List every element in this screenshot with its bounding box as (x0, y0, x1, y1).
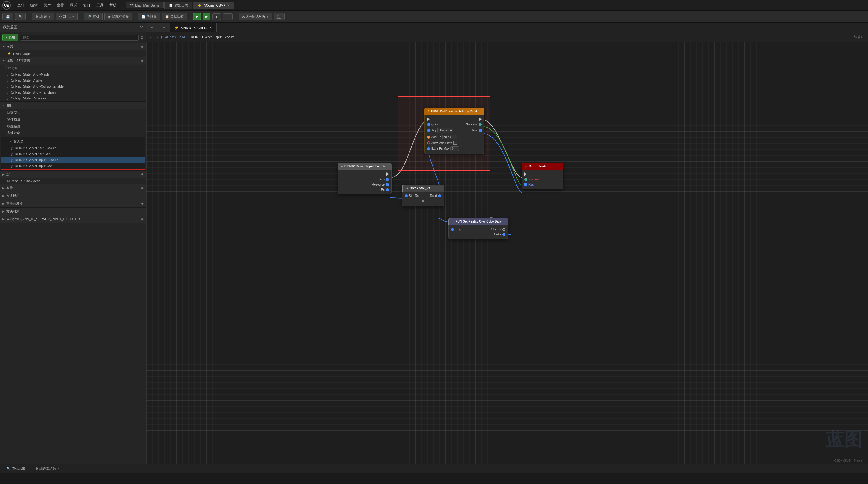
node-funl-rs[interactable]: ƒ FUNL Rs Resource Add by Rs Id (425, 107, 484, 154)
section-local-vars-header[interactable]: ▶ 局部变量 (BPIN_IO_SERVER_INPUT_EXECUTE) ⊕ (0, 216, 146, 223)
save-button[interactable]: 💾 (2, 13, 13, 20)
func-icon-3: ƒ (7, 85, 9, 88)
section-variables-add[interactable]: ⊕ (141, 186, 144, 190)
settings-icon[interactable]: ⚙ (141, 36, 144, 40)
node-fun-get-reality[interactable]: ƒ FUN Get Reality Own Cube Data Target C… (448, 218, 508, 239)
breadcrumb-forward[interactable]: → (155, 35, 158, 39)
class-defaults-button[interactable]: 📋 类默认值 (162, 13, 187, 20)
tree-item-bpin-input-exec[interactable]: ƒ BPIN IO Server Input Execute (1, 157, 145, 163)
tree-item-bpin-out-can[interactable]: ƒ BPIN IO Server Out Can (1, 151, 145, 157)
hide-button[interactable]: 👁 隐藏不相关 (104, 13, 132, 20)
break-rs-id-out: Rs Id (430, 194, 441, 197)
play-button[interactable]: ▶ (193, 13, 201, 20)
bp-tab-main[interactable]: ⚡ BPIN IO Server I... ✕ (170, 23, 217, 32)
tree-item-onrep-transform[interactable]: ƒ OnRep_State_ShowTransfrom (0, 89, 146, 95)
debug-dropdown[interactable]: 未选中调试对象 ▼ (239, 13, 272, 20)
tree-item-onrep-showmesh[interactable]: ƒ OnRep_State_ShowMesh (0, 71, 146, 77)
tag-select[interactable]: None (437, 128, 454, 133)
bp-tab-close[interactable]: ✕ (210, 26, 212, 30)
node-break-strc[interactable]: ■ Break Strc_Rs Strc Rs Rs Id (402, 185, 444, 206)
section-local-vars-add[interactable]: ⊕ (141, 217, 144, 221)
menu-debug[interactable]: 调试 (67, 1, 80, 9)
resource-io-label: 资源IO (13, 139, 23, 144)
play-button-2[interactable]: ▶ (203, 13, 210, 20)
diff-button[interactable]: ⇔ 对 比 ▼ (56, 13, 78, 20)
section-functions: ▼ 函数（18可覆盖） ⊕ 方块对象 ƒ OnRep_State_ShowMes… (0, 57, 146, 102)
addrs-input[interactable] (442, 135, 457, 139)
section-macros-add[interactable]: ⊕ (141, 172, 144, 176)
menu-asset[interactable]: 资产 (41, 1, 54, 9)
extramax-input[interactable] (451, 147, 459, 151)
subsection-block-obj: 方块对象 (0, 65, 146, 71)
tree-item-player-interact[interactable]: 玩家交互 (0, 109, 146, 116)
breadcrumb-zoom: 缩放1:1 (854, 35, 865, 39)
qrs-pin (427, 123, 430, 126)
section-macros-label: 宏 (6, 172, 9, 176)
tree-item-mac-showmesh[interactable]: M Mac_Is_ShowMesh (0, 178, 146, 184)
break-expand[interactable]: ▼ (402, 198, 443, 204)
qrs-label: Q Rs (431, 123, 438, 126)
section-functions-header[interactable]: ▼ 函数（18可覆盖） ⊕ (0, 57, 146, 65)
tab-output-log[interactable]: 📋 输出日志 (164, 2, 192, 9)
section-graphs-header[interactable]: ▼ 图表 ⊕ (0, 43, 146, 51)
section-graphs-add[interactable]: ⊕ (141, 45, 144, 49)
node-return[interactable]: ↩ Return Node Success (522, 163, 563, 189)
menu-help[interactable]: 帮助 (106, 1, 120, 9)
tree-item-object-desc[interactable]: 物体描述 (0, 116, 146, 123)
breadcrumb-class[interactable]: AComs_CSM (165, 35, 185, 39)
onrep-visible-label: OnRep_State_Visible (11, 78, 42, 82)
diff-icon: ⇔ (59, 14, 62, 19)
menu-edit[interactable]: 编辑 (28, 1, 41, 9)
menu-view[interactable]: 查看 (54, 1, 67, 9)
compile-button[interactable]: ⚙ 编 译 ▼ (32, 13, 54, 20)
stop-button[interactable]: ■ (212, 13, 221, 20)
nav-forward[interactable]: → (158, 23, 170, 32)
node-bpin-input[interactable]: ■ BPIN IO Server Input Execute Own (338, 163, 392, 194)
section-events-add[interactable]: ⊕ (141, 202, 144, 205)
tree-item-resource-io[interactable]: ▼ 资源IO (1, 138, 145, 145)
tab-acoms-csm[interactable]: ⚡ AComs_CSM+ ✕ (193, 2, 234, 9)
tab-find-results[interactable]: 🔍 查找结果 (3, 465, 29, 472)
section-variables-header[interactable]: ▶ 变量 ⊕ (0, 184, 146, 192)
menu-window[interactable]: 窗口 (80, 1, 93, 9)
tree-item-onrep-visible[interactable]: ƒ OnRep_State_Visible (0, 77, 146, 83)
arrow-graphs: ▼ (2, 45, 5, 49)
allow-check[interactable] (454, 141, 457, 144)
tab-map-maingame[interactable]: 🗺 Map_MainGame (126, 2, 164, 8)
pause-button[interactable]: ⏸ (223, 13, 232, 20)
browse-button[interactable]: 🔍 (15, 13, 26, 20)
search-input[interactable] (20, 35, 139, 41)
tree-item-block-obj2[interactable]: 方块对象 (0, 130, 146, 136)
tree-item-item-drag[interactable]: 物品拖拽 (0, 123, 146, 130)
tree-item-eventgraph[interactable]: ⚡ EventGraph (0, 51, 146, 57)
camera-button[interactable]: 📷 (274, 13, 284, 20)
section-macros-header[interactable]: ▶ 宏 ⊕ (0, 170, 146, 178)
tree-item-bpin-out-exec[interactable]: ƒ BPIN IO Server Out Execute (1, 145, 145, 151)
tree-item-onrep-cubeexist[interactable]: ƒ OnRep_State_CubeExist (0, 95, 146, 101)
tab-close-icon[interactable]: ✕ (227, 4, 229, 7)
tree-item-onrep-collision[interactable]: ƒ OnRep_State_ShowCollsiontEnable (0, 83, 146, 89)
menu-file[interactable]: 文件 (14, 1, 28, 9)
fun-get-target-row: Target Cube Rs (448, 227, 508, 232)
section-display-header[interactable]: ▶ 方块显示 (0, 192, 146, 200)
add-button[interactable]: + 添加 (2, 34, 18, 41)
menu-tools[interactable]: 工具 (93, 1, 106, 9)
search-button[interactable]: 🔎 查找 (84, 13, 102, 20)
class-settings-button[interactable]: 📄 类设置 (138, 13, 160, 20)
tab-compiler-results[interactable]: ⚙ 编译器结果 ✕ (32, 465, 63, 472)
section-block-obj-header[interactable]: ▶ 方块对象 (0, 207, 146, 215)
bpin-node-icon: ■ (341, 165, 343, 168)
tree-item-bpin-input-can[interactable]: ƒ BPIN IO Server Input Can (1, 163, 145, 169)
section-events-header[interactable]: ▶ 事件分发器 ⊕ (0, 200, 146, 207)
breadcrumb-back[interactable]: ← (150, 35, 153, 39)
close-icon[interactable]: ✕ (140, 25, 143, 30)
section-interfaces-header[interactable]: ▼ 接口 (0, 102, 146, 109)
nav-back[interactable]: ← (147, 23, 158, 32)
section-functions-add[interactable]: ⊕ (141, 59, 144, 63)
return-rss-row: Rss (522, 182, 563, 187)
compile-label: 编 译 (39, 14, 47, 19)
bottom-panel: 🔍 查找结果 ⚙ 编译器结果 ✕ (0, 464, 868, 473)
compiler-results-close[interactable]: ✕ (57, 467, 60, 470)
blueprint-canvas[interactable]: ƒ FUNL Rs Resource Add by Rs Id (147, 42, 868, 464)
toolbar-separator-1 (29, 13, 29, 20)
